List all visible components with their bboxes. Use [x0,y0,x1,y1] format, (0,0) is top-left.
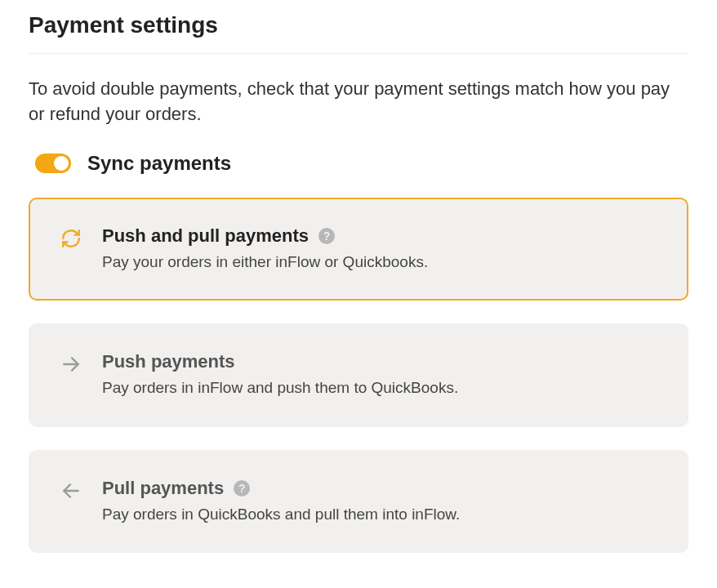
page-title: Payment settings [29,12,688,54]
option-description: Pay orders in inFlow and push them to Qu… [102,377,657,399]
option-title-row: Push payments [102,351,657,372]
help-icon[interactable]: ? [318,228,335,244]
option-description: Pay orders in QuickBooks and pull them i… [102,504,657,526]
option-pull[interactable]: Pull payments ? Pay orders in QuickBooks… [29,450,688,554]
option-title-row: Pull payments ? [102,478,657,499]
sync-payments-row: Sync payments [29,152,688,175]
sync-payments-toggle[interactable] [35,154,71,173]
sync-icon [60,227,82,250]
option-title: Pull payments [102,478,224,499]
option-description: Pay your orders in either inFlow or Quic… [102,252,657,274]
option-push-and-pull[interactable]: Push and pull payments ? Pay your orders… [29,198,688,301]
option-push[interactable]: Push payments Pay orders in inFlow and p… [29,323,688,427]
toggle-knob [54,156,69,171]
intro-text: To avoid double payments, check that you… [29,77,688,127]
arrow-left-icon [60,479,82,502]
option-title: Push and pull payments [102,225,309,247]
option-title-row: Push and pull payments ? [102,225,657,247]
help-icon[interactable]: ? [234,480,250,497]
sync-payments-label: Sync payments [87,152,231,175]
arrow-right-icon [60,353,82,376]
option-body: Pull payments ? Pay orders in QuickBooks… [102,478,657,526]
option-title: Push payments [102,351,235,372]
option-body: Push payments Pay orders in inFlow and p… [102,351,657,399]
option-body: Push and pull payments ? Pay your orders… [102,225,657,274]
